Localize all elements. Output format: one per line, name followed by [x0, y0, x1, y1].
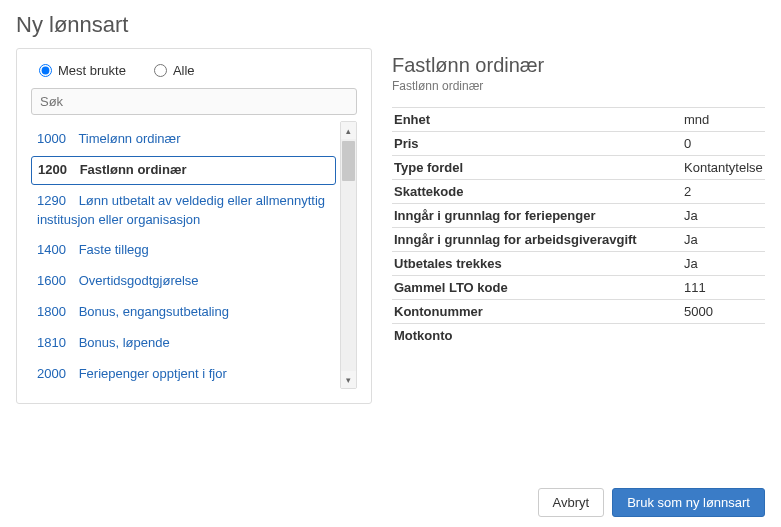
payroll-list: 1000 Timelønn ordinær1200 Fastlønn ordin… — [31, 121, 336, 389]
detail-label: Enhet — [392, 108, 682, 132]
list-item-name: Feriepenger opptjent i fjor — [79, 366, 227, 381]
detail-value: Ja — [682, 228, 765, 252]
chevron-up-icon: ▴ — [346, 126, 351, 136]
cancel-button[interactable]: Avbryt — [538, 488, 605, 517]
detail-panel: Fastlønn ordinær Fastlønn ordinær Enhetm… — [392, 48, 765, 404]
detail-row: Kontonummer5000 — [392, 300, 765, 324]
list-item[interactable]: 1200 Fastlønn ordinær — [31, 156, 336, 185]
radio-all-label: Alle — [173, 63, 195, 78]
scrollbar[interactable]: ▴ ▾ — [340, 121, 357, 389]
radio-all[interactable]: Alle — [154, 63, 195, 78]
list-item-name: Overtidsgodtgjørelse — [79, 273, 199, 288]
detail-label: Skattekode — [392, 180, 682, 204]
list-item[interactable]: 1810 Bonus, løpende — [31, 329, 336, 358]
detail-row: Enhetmnd — [392, 108, 765, 132]
detail-row: Motkonto — [392, 324, 765, 348]
list-item-name: Bonus, løpende — [79, 335, 170, 350]
detail-value — [682, 324, 765, 348]
radio-most-used[interactable]: Mest brukte — [39, 63, 126, 78]
detail-value: 5000 — [682, 300, 765, 324]
detail-label: Inngår i grunnlag for arbeidsgiveravgift — [392, 228, 682, 252]
list-item-code: 1800 — [37, 303, 75, 322]
list-item-code: 1600 — [37, 272, 75, 291]
detail-row: Type fordelKontantytelse — [392, 156, 765, 180]
detail-row: Inngår i grunnlag for arbeidsgiveravgift… — [392, 228, 765, 252]
detail-label: Type fordel — [392, 156, 682, 180]
list-item-code: 1200 — [38, 161, 76, 180]
list-item-name: Timelønn ordinær — [78, 131, 180, 146]
detail-label: Gammel LTO kode — [392, 276, 682, 300]
detail-value: Kontantytelse — [682, 156, 765, 180]
detail-label: Pris — [392, 132, 682, 156]
footer-buttons: Avbryt Bruk som ny lønnsart — [538, 488, 765, 517]
list-item-code: 2000 — [37, 365, 75, 384]
list-item[interactable]: 1400 Faste tillegg — [31, 236, 336, 265]
page-title: Ny lønnsart — [0, 0, 781, 48]
detail-title: Fastlønn ordinær — [392, 54, 765, 77]
detail-label: Utbetales trekkes — [392, 252, 682, 276]
filter-row: Mest brukte Alle — [31, 63, 357, 78]
list-item[interactable]: 1600 Overtidsgodtgjørelse — [31, 267, 336, 296]
chevron-down-icon: ▾ — [346, 375, 351, 385]
left-panel: Mest brukte Alle 1000 Timelønn ordinær12… — [16, 48, 372, 404]
list-item-name: Faste tillegg — [79, 242, 149, 257]
detail-row: Inngår i grunnlag for feriepengerJa — [392, 204, 765, 228]
use-as-new-button[interactable]: Bruk som ny lønnsart — [612, 488, 765, 517]
detail-row: Gammel LTO kode111 — [392, 276, 765, 300]
scroll-thumb[interactable] — [342, 141, 355, 181]
list-item-code: 1400 — [37, 241, 75, 260]
detail-label: Motkonto — [392, 324, 682, 348]
detail-row: Pris0 — [392, 132, 765, 156]
list-item[interactable]: 2000 Feriepenger opptjent i fjor — [31, 360, 336, 389]
scroll-down-button[interactable]: ▾ — [341, 371, 356, 388]
radio-most-used-label: Mest brukte — [58, 63, 126, 78]
detail-value: Ja — [682, 204, 765, 228]
list-item[interactable]: 1800 Bonus, engangsutbetaling — [31, 298, 336, 327]
list-wrapper: 1000 Timelønn ordinær1200 Fastlønn ordin… — [31, 121, 357, 389]
detail-table: EnhetmndPris0Type fordelKontantytelseSka… — [392, 107, 765, 347]
detail-value: 111 — [682, 276, 765, 300]
list-item[interactable]: 1290 Lønn utbetalt av veldedig eller all… — [31, 187, 336, 235]
detail-subtitle: Fastlønn ordinær — [392, 79, 765, 93]
search-input[interactable] — [31, 88, 357, 115]
detail-row: Utbetales trekkesJa — [392, 252, 765, 276]
list-item-name: Lønn utbetalt av veldedig eller allmenny… — [37, 193, 325, 227]
detail-value: mnd — [682, 108, 765, 132]
radio-most-used-input[interactable] — [39, 64, 52, 77]
list-item-code: 1000 — [37, 130, 75, 149]
detail-label: Inngår i grunnlag for feriepenger — [392, 204, 682, 228]
detail-label: Kontonummer — [392, 300, 682, 324]
radio-all-input[interactable] — [154, 64, 167, 77]
list-item[interactable]: 1000 Timelønn ordinær — [31, 125, 336, 154]
detail-row: Skattekode2 — [392, 180, 765, 204]
list-item-code: 1810 — [37, 334, 75, 353]
detail-value: Ja — [682, 252, 765, 276]
list-item-name: Bonus, engangsutbetaling — [79, 304, 229, 319]
detail-value: 2 — [682, 180, 765, 204]
list-item-code: 1290 — [37, 192, 75, 211]
detail-value: 0 — [682, 132, 765, 156]
main-area: Mest brukte Alle 1000 Timelønn ordinær12… — [0, 48, 781, 404]
list-item-name: Fastlønn ordinær — [80, 162, 187, 177]
scroll-up-button[interactable]: ▴ — [341, 122, 356, 139]
